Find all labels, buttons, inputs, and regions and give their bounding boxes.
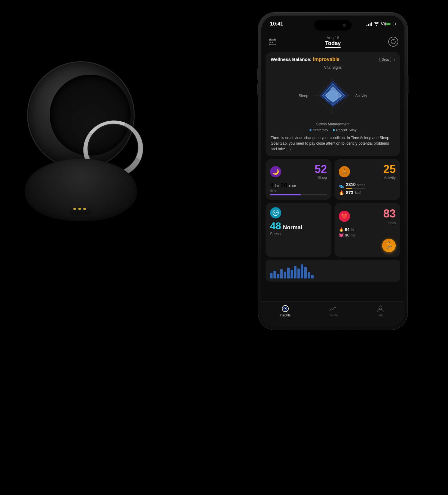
refresh-button[interactable]: [388, 37, 398, 47]
legend-7day: Recent 7-day: [333, 128, 357, 132]
sleep-minutes: 20 min: [281, 182, 296, 189]
sleep-detail: 4 hr 20 min /8 hr: [270, 182, 327, 195]
sleep-goal: /8 hr: [270, 189, 327, 193]
activity-score: 25: [383, 164, 396, 175]
activity-card-header: 🏃 25 Activity: [339, 164, 396, 180]
volume-up-button: [257, 68, 258, 80]
chart-bar: [311, 275, 314, 278]
legend-yesterday: Yesterday: [309, 128, 328, 132]
chart-bar: [284, 272, 286, 278]
me-icon: [376, 305, 385, 313]
steps-icon: 👟: [339, 183, 344, 188]
hrv-ms-val: 30: [345, 233, 349, 237]
sleep-card[interactable]: 🌙 52 Sleep 4 hr 20 min /8 hr: [266, 159, 331, 200]
sleep-icon: 🌙: [270, 166, 281, 177]
dynamic-island: [314, 20, 352, 30]
wifi-icon: [374, 22, 379, 26]
connector-pins: [73, 208, 86, 210]
stress-icon: [270, 207, 281, 218]
battery-tip: [395, 23, 396, 25]
wellness-title: Wellness Balance:: [271, 57, 311, 62]
stress-label: Stress: [270, 232, 327, 236]
hrv-ms-row: 💓 30 ms: [339, 233, 396, 237]
chart-bar: [301, 264, 303, 278]
legend-7day-label: Recent 7-day: [336, 128, 357, 132]
wellness-expand-button[interactable]: ∨: [289, 147, 292, 151]
wellness-header: Wellness Balance: Improvable Beta ›: [271, 57, 395, 62]
legend-yesterday-label: Yesterday: [313, 128, 328, 132]
active-run-button[interactable]: 🏃: [382, 239, 396, 252]
tab-bar: Insights Trends: [261, 301, 404, 327]
radar-chart-container: Vital Signs Sleep: [271, 65, 395, 132]
phone-shell: 10:41 69: [258, 12, 408, 330]
hrv-percent-row: 🔥 94 %: [339, 227, 396, 232]
heart-rate-header: ❤️ 83 bpm: [339, 207, 396, 225]
svg-rect-2: [270, 39, 271, 40]
nav-title: Today: [325, 40, 341, 47]
tab-insights[interactable]: Insights: [261, 305, 309, 317]
stress-card-header: [270, 207, 327, 218]
calendar-button[interactable]: [268, 37, 278, 46]
tab-me[interactable]: Me: [357, 305, 404, 317]
activity-card[interactable]: 🏃 25 Activity 👟 2310 steps: [334, 159, 400, 200]
sleep-progress-fill: [270, 194, 301, 195]
chart-bar: [304, 267, 307, 278]
heart-icon: ❤️: [339, 211, 350, 222]
heart-rate-card[interactable]: ❤️ 83 bpm 🔥 94 %: [334, 203, 400, 257]
chart-bar: [277, 274, 279, 278]
chart-bar: [287, 268, 290, 278]
tab-trends[interactable]: Trends: [309, 305, 357, 317]
sleep-progress-bg: [270, 194, 327, 195]
wellness-description: There is no obvious change in your condi…: [271, 135, 395, 152]
svg-point-14: [327, 90, 338, 101]
ring-device: [19, 62, 149, 373]
connector-pin: [83, 208, 86, 210]
trends-icon: [329, 305, 337, 313]
signal-bar-4: [371, 22, 372, 26]
radar-label-sleep: Sleep: [299, 94, 308, 98]
chart-bar: [291, 270, 293, 278]
stress-status: Normal: [283, 224, 302, 231]
beta-badge: Beta: [379, 57, 391, 62]
svg-point-20: [285, 308, 286, 309]
hrv-percent-unit: %: [351, 228, 354, 231]
wellness-title-row: Wellness Balance: Improvable: [271, 57, 339, 62]
stress-wave-icon: [272, 209, 279, 216]
signal-bar-3: [370, 23, 371, 26]
stress-card[interactable]: 48 Normal Stress: [266, 203, 331, 257]
fire-icon: 🔥: [339, 190, 344, 195]
svg-point-21: [379, 306, 382, 309]
status-icons: 69: [366, 22, 396, 26]
wellness-card[interactable]: Wellness Balance: Improvable Beta › Vita…: [266, 52, 400, 156]
chart-bar: [273, 271, 276, 278]
activity-chart-card: [266, 260, 400, 282]
chart-bar: [280, 269, 283, 278]
heart-sub-data: 🔥 94 % 💓 30 ms: [339, 227, 396, 237]
battery-body: [385, 22, 394, 26]
activity-label: Activity: [383, 175, 396, 180]
sleep-label: Sleep: [315, 175, 327, 180]
chart-bar: [270, 273, 273, 278]
case-lid: [28, 62, 134, 168]
legend-7day-icon: [333, 129, 335, 131]
volume-down-button: [257, 83, 258, 95]
sleep-score: 52: [315, 164, 327, 175]
signal-bar-2: [368, 24, 369, 26]
wellness-status: Improvable: [313, 57, 339, 62]
svg-rect-4: [270, 42, 271, 43]
radar-chart-wrap: Sleep: [299, 71, 367, 121]
tab-trends-label: Trends: [328, 314, 338, 317]
hrv-ms-unit: ms: [351, 233, 355, 237]
radar-chart-svg: [311, 74, 355, 118]
phone-screen: 10:41 69: [261, 16, 404, 327]
chart-bar: [294, 266, 296, 278]
app-content: Aug 18 Today Wellness Balance:: [261, 32, 404, 327]
heart-small-icon: 💓: [339, 233, 344, 237]
tab-me-label: Me: [378, 314, 383, 317]
connector-pin: [73, 208, 76, 210]
activity-chart-bars: [270, 263, 396, 278]
power-button: [408, 75, 408, 93]
heart-bpm: 83: [383, 207, 396, 220]
kcal-unit: kcal: [355, 191, 361, 194]
tab-insights-label: Insights: [280, 314, 290, 317]
